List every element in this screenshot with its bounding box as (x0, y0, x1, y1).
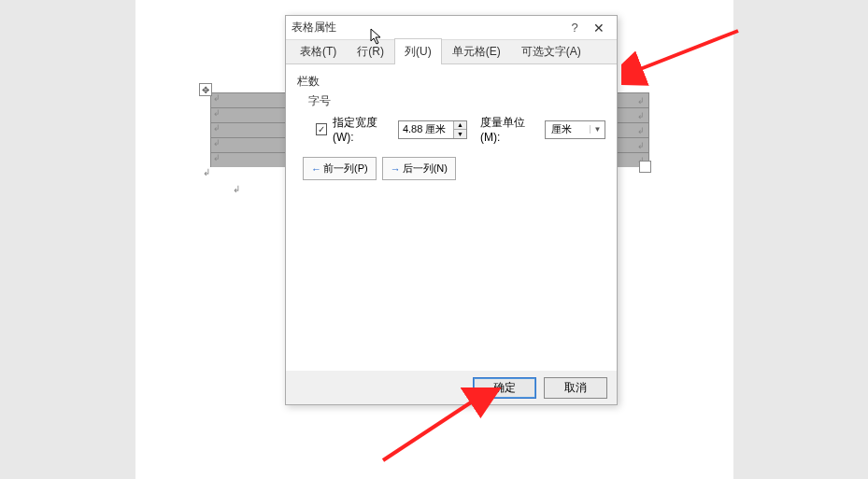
table-properties-dialog: 表格属性 ? ✕ 表格(T) 行(R) 列(U) 单元格(E) 可选文字(A) … (285, 15, 618, 405)
cancel-button[interactable]: 取消 (544, 377, 607, 399)
width-spinner: ▲ ▼ (398, 120, 467, 139)
close-button[interactable]: ✕ (587, 21, 611, 35)
unit-select-value: 厘米 (546, 122, 590, 136)
specify-width-checkbox[interactable]: ✓ (316, 123, 327, 135)
tab-table[interactable]: 表格(T) (290, 38, 347, 64)
specify-width-label: 指定宽度(W): (333, 115, 392, 144)
group-label: 栏数 (297, 74, 605, 90)
chevron-down-icon: ▼ (590, 125, 605, 134)
column-tab-content: 栏数 字号 ✓ 指定宽度(W): ▲ ▼ 度量单位(M): 厘米 ▼ ← 前一 (286, 63, 617, 385)
paragraph-mark: ↲ (233, 184, 240, 194)
ok-button[interactable]: 确定 (473, 377, 536, 399)
tab-column[interactable]: 列(U) (394, 38, 442, 64)
prev-column-button[interactable]: ← 前一列(P) (303, 157, 377, 180)
dialog-title: 表格属性 (292, 20, 562, 35)
table-resize-handle[interactable] (639, 161, 651, 173)
width-input[interactable] (399, 121, 453, 138)
dialog-tabs: 表格(T) 行(R) 列(U) 单元格(E) 可选文字(A) (286, 40, 617, 64)
table-move-handle[interactable]: ✥ (199, 83, 212, 96)
subgroup-label: 字号 (308, 93, 605, 109)
dialog-footer: 确定 取消 (286, 371, 617, 404)
unit-select[interactable]: 厘米 ▼ (545, 120, 605, 139)
row-end-marks: ↲↲↲↲↲ (637, 93, 645, 168)
next-column-button[interactable]: → 后一列(N) (382, 157, 456, 180)
spinner-up[interactable]: ▲ (454, 121, 466, 131)
unit-label: 度量单位(M): (480, 115, 539, 144)
width-row: ✓ 指定宽度(W): ▲ ▼ 度量单位(M): 厘米 ▼ (316, 115, 605, 144)
tab-row[interactable]: 行(R) (347, 38, 394, 64)
spinner-down[interactable]: ▼ (454, 130, 466, 138)
column-nav-buttons: ← 前一列(P) → 后一列(N) (303, 157, 605, 180)
help-button[interactable]: ? (562, 21, 587, 35)
tab-cell[interactable]: 单元格(E) (442, 38, 511, 64)
arrow-left-icon: ← (311, 163, 321, 175)
tab-alt-text[interactable]: 可选文字(A) (511, 38, 591, 64)
arrow-right-icon: → (391, 163, 401, 175)
dialog-titlebar: 表格属性 ? ✕ (286, 16, 617, 40)
paragraph-mark: ↲ (203, 167, 221, 177)
